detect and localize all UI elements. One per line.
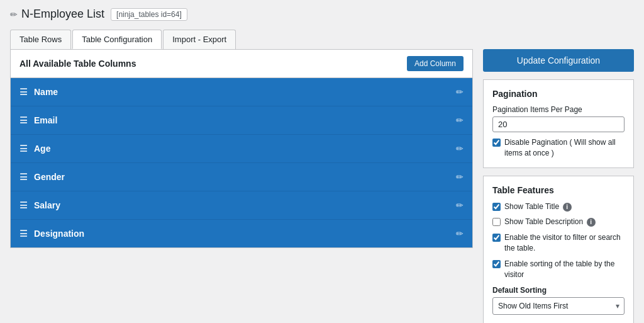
edit-icon[interactable]: ✏ <box>456 200 464 210</box>
table-row: ☰ Age ✏ <box>11 135 472 163</box>
update-configuration-button[interactable]: Update Configuration <box>483 49 634 72</box>
tab-table-configuration[interactable]: Table Configuration <box>72 30 162 49</box>
column-name: Name <box>34 87 58 97</box>
disable-pagination-label: Disable Pagination ( Will show all items… <box>504 137 625 159</box>
table-row: ☰ Name ✏ <box>11 78 472 106</box>
page-title: ✏ N-Employee List <box>10 8 104 21</box>
items-per-page-label: Pagination Items Per Page <box>492 105 625 114</box>
column-name: Email <box>34 115 57 125</box>
default-sorting-label: Default Sorting <box>492 286 625 295</box>
show-title-label: Show Table Title i <box>504 201 572 212</box>
right-panel: Update Configuration Pagination Paginati… <box>483 49 634 323</box>
features-section-title: Table Features <box>492 185 625 195</box>
edit-icon[interactable]: ✏ <box>456 144 464 154</box>
tabs-bar: Table Rows Table Configuration Import - … <box>10 30 634 49</box>
default-sorting-wrapper: Show Old Items First Show New Items Firs… <box>492 297 625 315</box>
columns-header-title: All Available Table Columns <box>19 59 136 69</box>
add-column-button[interactable]: Add Column <box>407 56 464 71</box>
page-header: ✏ N-Employee List [ninja_tables id=64] <box>10 8 634 21</box>
pagination-section-title: Pagination <box>492 89 625 99</box>
table-row: ☰ Email ✏ <box>11 106 472 135</box>
show-description-label: Show Table Description i <box>504 217 596 227</box>
edit-icon[interactable]: ✏ <box>456 87 464 97</box>
table-row: ☰ Designation ✏ <box>11 220 472 247</box>
column-name: Salary <box>34 200 60 210</box>
table-row: ☰ Gender ✏ <box>11 163 472 191</box>
drag-icon[interactable]: ☰ <box>19 144 28 154</box>
drag-icon[interactable]: ☰ <box>19 87 28 97</box>
items-per-page-input[interactable] <box>492 116 625 132</box>
table-features-section: Table Features Show Table Title i Show T… <box>483 176 634 323</box>
enable-filter-checkbox[interactable] <box>492 234 501 242</box>
show-title-row: Show Table Title i <box>492 201 625 212</box>
show-description-row: Show Table Description i <box>492 217 625 227</box>
show-title-checkbox[interactable] <box>492 203 501 211</box>
column-name: Designation <box>34 229 84 239</box>
tab-import-export[interactable]: Import - Export <box>163 30 236 49</box>
default-sorting-select[interactable]: Show Old Items First Show New Items Firs… <box>492 297 625 315</box>
show-description-info-icon[interactable]: i <box>587 218 596 227</box>
column-name: Age <box>34 144 50 154</box>
columns-header: All Available Table Columns Add Column <box>11 50 472 78</box>
table-row: ☰ Salary ✏ <box>11 191 472 220</box>
show-title-info-icon[interactable]: i <box>563 203 572 212</box>
enable-sorting-checkbox[interactable] <box>492 260 501 268</box>
disable-pagination-checkbox[interactable] <box>492 139 501 147</box>
show-description-checkbox[interactable] <box>492 218 501 226</box>
enable-sorting-row: Enable sorting of the table by the visit… <box>492 259 625 280</box>
enable-sorting-label: Enable sorting of the table by the visit… <box>504 259 625 280</box>
shortcode-badge: [ninja_tables id=64] <box>111 8 187 21</box>
disable-pagination-row: Disable Pagination ( Will show all items… <box>492 137 625 159</box>
drag-icon[interactable]: ☰ <box>19 229 28 239</box>
left-panel: All Available Table Columns Add Column ☰… <box>10 49 473 248</box>
drag-icon[interactable]: ☰ <box>19 115 28 125</box>
enable-filter-label: Enable the visitor to filter or search t… <box>504 232 625 254</box>
pagination-section: Pagination Pagination Items Per Page Dis… <box>483 79 634 168</box>
edit-icon[interactable]: ✏ <box>456 229 464 239</box>
pencil-icon: ✏ <box>10 9 18 20</box>
enable-filter-row: Enable the visitor to filter or search t… <box>492 232 625 254</box>
edit-icon[interactable]: ✏ <box>456 115 464 125</box>
drag-icon[interactable]: ☰ <box>19 200 28 210</box>
column-name: Gender <box>34 172 65 182</box>
drag-icon[interactable]: ☰ <box>19 172 28 182</box>
tab-table-rows[interactable]: Table Rows <box>10 30 71 49</box>
edit-icon[interactable]: ✏ <box>456 172 464 182</box>
main-content: All Available Table Columns Add Column ☰… <box>10 49 634 323</box>
